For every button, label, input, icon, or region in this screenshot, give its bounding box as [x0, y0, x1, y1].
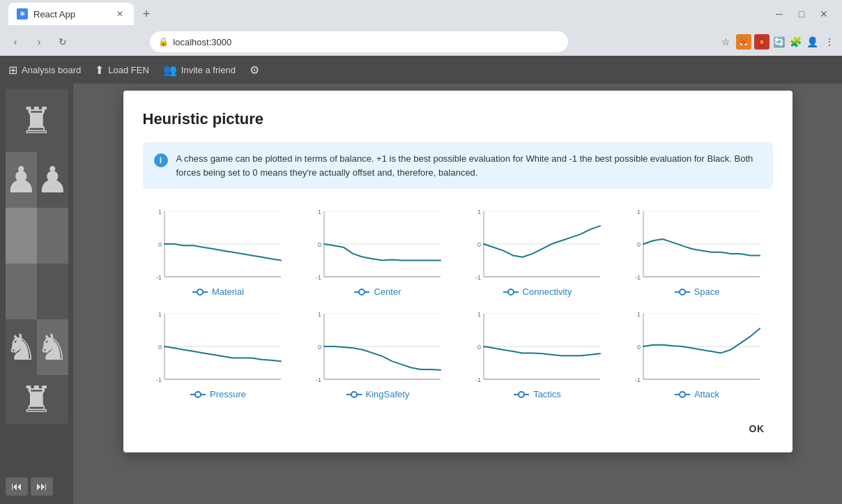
- profile-button[interactable]: 👤: [806, 35, 820, 49]
- chess-controls: ⏮ ⏭: [0, 472, 73, 501]
- svg-text:1: 1: [477, 208, 480, 215]
- chart-label-center[interactable]: Center: [354, 287, 401, 297]
- chart-label-text-pressure: Pressure: [210, 389, 246, 399]
- chess-piece-pawn-black: ♟: [6, 152, 37, 208]
- chart-item-tactics: 1 0 -1 Tactics: [462, 308, 613, 399]
- chart-label-space[interactable]: Space: [675, 287, 720, 297]
- svg-text:-1: -1: [155, 274, 161, 281]
- chart-svg: 1 0 -1: [151, 308, 286, 385]
- ok-button[interactable]: OK: [741, 419, 773, 438]
- app-toolbar: ⊞ Analysis board ⬆ Load FEN 👥 Invite a f…: [0, 56, 842, 84]
- svg-text:1: 1: [636, 208, 640, 215]
- chess-piece-empty-2: [37, 208, 68, 264]
- tab-close-button[interactable]: ✕: [114, 8, 125, 20]
- chess-piece-pawn-black-2: ♟: [37, 152, 68, 208]
- svg-text:0: 0: [158, 241, 161, 248]
- bookmark-icon[interactable]: ☆: [719, 35, 733, 49]
- new-tab-button[interactable]: +: [137, 4, 156, 24]
- svg-text:1: 1: [158, 311, 161, 318]
- chart-svg: 1 0 -1: [629, 308, 765, 385]
- svg-text:-1: -1: [634, 376, 640, 383]
- svg-point-103: [680, 392, 685, 397]
- svg-text:0: 0: [317, 241, 321, 248]
- modal-overlay: Heuristic picture i A chess game can be …: [73, 84, 842, 504]
- chart-label-text-attack: Attack: [694, 389, 719, 399]
- svg-point-90: [519, 392, 524, 397]
- chess-sidebar: ♜ ♟ ♟ ♞ ♞ ♜ ⏮ ⏭: [0, 84, 73, 504]
- svg-text:0: 0: [477, 241, 480, 248]
- chart-svg: 1 0 -1: [470, 206, 606, 282]
- close-window-button[interactable]: ✕: [814, 4, 834, 24]
- analysis-icon: ⊞: [8, 63, 17, 77]
- svg-text:-1: -1: [475, 274, 480, 281]
- chart-label-text-material: Material: [212, 287, 244, 297]
- settings-icon: ⚙: [250, 63, 259, 77]
- modal-title: Heuristic picture: [143, 110, 773, 128]
- svg-text:0: 0: [636, 344, 640, 351]
- chess-piece-empty-4: [37, 264, 68, 319]
- chart-svg: 1 0 -1: [151, 206, 286, 282]
- tab-favicon: ⚛: [17, 8, 28, 20]
- modal-footer: OK: [143, 413, 773, 438]
- svg-point-64: [195, 392, 201, 397]
- chess-piece-empty-1: [6, 208, 37, 264]
- chart-item-kingsafety: 1 0 -1 KingSafety: [303, 308, 454, 399]
- chart-label-text-space: Space: [694, 287, 720, 297]
- title-bar: ⚛ React App ✕ + ─ □ ✕: [0, 0, 842, 28]
- svg-text:-1: -1: [315, 376, 321, 383]
- main-area: ♜ ♟ ♟ ♞ ♞ ♜ ⏮ ⏭ Heuristic picture i: [0, 84, 842, 504]
- chess-piece-knight-2: ♞: [37, 319, 68, 375]
- chess-piece-empty-3: [6, 264, 37, 319]
- menu-button[interactable]: ⋮: [822, 35, 836, 49]
- svg-point-12: [197, 289, 203, 295]
- chart-label-connectivity[interactable]: Connectivity: [503, 287, 572, 297]
- tab-title: React App: [33, 9, 75, 20]
- chess-piece-knight: ♞: [6, 319, 37, 375]
- legend-icon: [514, 390, 529, 399]
- invite-icon: 👥: [163, 63, 177, 77]
- svg-point-38: [508, 289, 514, 295]
- url-text: localhost:3000: [173, 37, 231, 47]
- chart-label-kingsafety[interactable]: KingSafety: [346, 389, 410, 399]
- forward-button[interactable]: ›: [29, 32, 49, 52]
- info-text: A chess game can be plotted in terms of …: [176, 152, 762, 179]
- address-bar[interactable]: 🔒 localhost:3000: [150, 31, 568, 52]
- chart-item-space: 1 0 -1 Space: [622, 206, 773, 297]
- omnibox-bar: ‹ › ↻ 🔒 localhost:3000 ☆ 🦊 🏮 🔄 🧩 👤 ⋮: [0, 28, 842, 56]
- browser-chrome: ⚛ React App ✕ + ─ □ ✕ ‹ › ↻ 🔒 localhost:…: [0, 0, 842, 56]
- maximize-button[interactable]: □: [792, 4, 811, 24]
- heuristic-modal: Heuristic picture i A chess game can be …: [123, 91, 793, 452]
- chess-piece-rook: ♜: [6, 89, 68, 152]
- chart-label-text-tactics: Tactics: [533, 389, 561, 399]
- svg-text:-1: -1: [155, 376, 161, 383]
- chart-label-pressure[interactable]: Pressure: [190, 389, 246, 399]
- invite-friend-label: Invite a friend: [181, 65, 236, 75]
- legend-icon: [354, 288, 369, 296]
- first-move-button[interactable]: ⏭: [31, 478, 53, 496]
- extensions-button[interactable]: 🧩: [789, 35, 803, 49]
- chart-label-attack[interactable]: Attack: [675, 389, 719, 399]
- chart-label-tactics[interactable]: Tactics: [514, 389, 561, 399]
- extension-icon-3[interactable]: 🔄: [772, 35, 786, 49]
- chart-svg: 1 0 -1: [470, 308, 606, 385]
- chart-svg: 1 0 -1: [310, 206, 446, 282]
- chart-label-material[interactable]: Material: [192, 287, 244, 297]
- legend-icon: [503, 288, 519, 296]
- browser-tab[interactable]: ⚛ React App ✕: [8, 3, 134, 25]
- minimize-button[interactable]: ─: [770, 4, 789, 24]
- svg-point-25: [359, 289, 365, 295]
- analysis-board-button[interactable]: ⊞ Analysis board: [8, 63, 81, 77]
- chart-grid: 1 0 -1 Material 1 0 -1: [143, 206, 773, 399]
- svg-text:1: 1: [477, 311, 480, 318]
- settings-button[interactable]: ⚙: [250, 63, 259, 77]
- back-button[interactable]: ‹: [6, 32, 25, 52]
- extension-icon-1[interactable]: 🦊: [736, 34, 751, 49]
- load-fen-button[interactable]: ⬆ Load FEN: [95, 63, 149, 77]
- browser-toolbar-icons: ☆ 🦊 🏮 🔄 🧩 👤 ⋮: [719, 34, 836, 49]
- window-controls: ─ □ ✕: [770, 4, 834, 24]
- extension-icon-2[interactable]: 🏮: [754, 34, 770, 49]
- invite-friend-button[interactable]: 👥 Invite a friend: [163, 63, 236, 77]
- prev-move-button[interactable]: ⏮: [6, 478, 28, 496]
- svg-point-77: [351, 392, 357, 397]
- reload-button[interactable]: ↻: [53, 32, 72, 52]
